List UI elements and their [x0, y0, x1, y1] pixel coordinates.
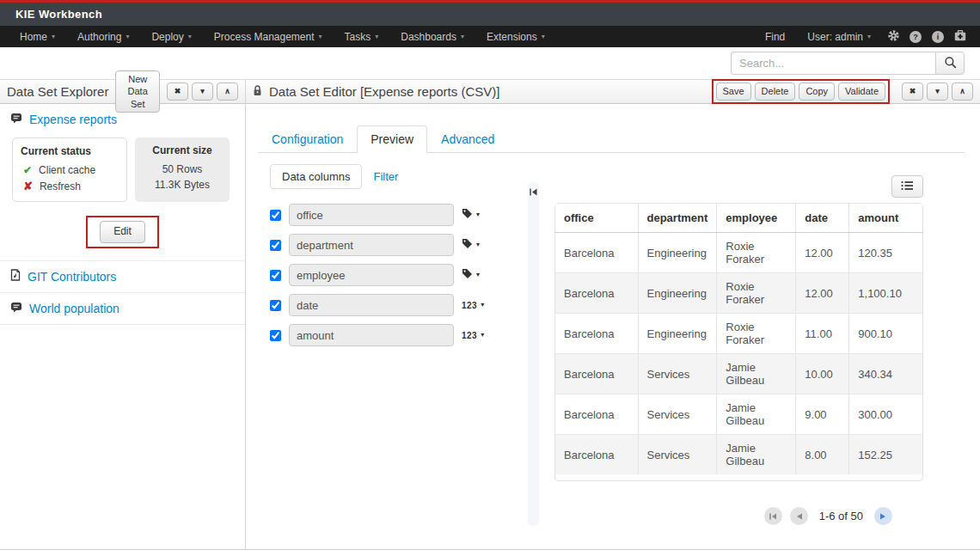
- report-issue-button[interactable]: [949, 26, 971, 47]
- main-nav: Home▾ Authoring▾ Deploy▾ Process Managem…: [0, 26, 980, 47]
- nav-menu-label: Authoring: [77, 31, 121, 43]
- explorer-header: Data Set Explorer New Data Set ✖ ▾ ∧: [0, 80, 245, 104]
- workbench-main: Data Set Explorer New Data Set ✖ ▾ ∧ Exp…: [0, 80, 980, 550]
- help-button[interactable]: ?: [904, 26, 927, 47]
- dataset-item-git-contributors[interactable]: GIT Contributors: [0, 261, 245, 293]
- close-icon: ✖: [910, 87, 916, 97]
- column-type-dropdown[interactable]: ▾: [462, 237, 491, 253]
- cell-office: Barcelona: [555, 314, 638, 354]
- panel-menu-button[interactable]: ▾: [927, 82, 948, 101]
- column-row-office: ▾: [270, 204, 523, 226]
- search-input[interactable]: [731, 52, 935, 75]
- data-set-editor-panel: Data Set Editor [Expense reports (CSV)] …: [246, 80, 980, 549]
- settings-button[interactable]: [882, 26, 904, 47]
- search-icon: [944, 56, 957, 71]
- column-checkbox[interactable]: [270, 300, 281, 311]
- prev-page-button[interactable]: [790, 507, 808, 525]
- close-panel-button[interactable]: ✖: [167, 82, 188, 101]
- nav-user-menu[interactable]: User: admin▾: [796, 26, 882, 47]
- nav-menu-tasks[interactable]: Tasks▾: [334, 26, 390, 47]
- nav-menu-deploy[interactable]: Deploy▾: [140, 26, 202, 47]
- chevron-down-icon: ▾: [481, 332, 484, 339]
- editor-body: Configuration Preview Advanced Data colu…: [246, 125, 980, 526]
- cell-employee: Jamie Gilbeau: [717, 354, 796, 394]
- nav-menu-dashboards[interactable]: Dashboards▾: [389, 26, 475, 47]
- preview-subtabs: Data columns Filter: [270, 164, 523, 189]
- next-page-button[interactable]: [874, 507, 892, 525]
- tab-preview[interactable]: Preview: [357, 125, 427, 153]
- dataset-type-icon: [10, 301, 22, 316]
- cell-employee: Jamie Gilbeau: [717, 394, 796, 435]
- collapse-panel-button[interactable]: ∧: [952, 82, 973, 101]
- nav-menu-authoring[interactable]: Authoring▾: [66, 26, 140, 47]
- collapse-panel-button[interactable]: ∧: [217, 82, 238, 101]
- column-header-office[interactable]: office: [555, 204, 638, 233]
- nav-menu-extensions[interactable]: Extensions▾: [475, 26, 556, 47]
- cell-department: Services: [638, 354, 717, 394]
- validate-button[interactable]: Validate: [838, 82, 885, 100]
- dataset-item-world-population[interactable]: World population: [0, 293, 245, 325]
- table-row[interactable]: Barcelona Engineering Roxie Foraker 11.0…: [555, 314, 922, 354]
- column-type-dropdown[interactable]: ▾: [462, 207, 491, 223]
- tag-icon: [462, 237, 473, 253]
- first-page-button[interactable]: [764, 507, 782, 525]
- tab-configuration[interactable]: Configuration: [258, 125, 357, 153]
- column-checkbox[interactable]: [270, 240, 281, 251]
- column-header-amount[interactable]: amount: [849, 204, 922, 233]
- column-checkbox[interactable]: [270, 330, 281, 341]
- table-row[interactable]: Barcelona Engineering Roxie Foraker 12.0…: [555, 233, 922, 273]
- cell-office: Barcelona: [555, 394, 638, 435]
- column-header-employee[interactable]: employee: [717, 204, 796, 233]
- edit-button[interactable]: Edit: [100, 221, 145, 243]
- table-row[interactable]: Barcelona Services Jamie Gilbeau 9.00 30…: [555, 394, 922, 435]
- panel-splitter[interactable]: [528, 182, 539, 526]
- column-name-field[interactable]: [289, 204, 454, 226]
- column-name-field[interactable]: [289, 264, 454, 286]
- tab-advanced[interactable]: Advanced: [427, 125, 508, 153]
- grid-toolbar: [554, 175, 923, 198]
- column-row-amount: 123 ▾: [270, 324, 523, 346]
- column-header-date[interactable]: date: [796, 204, 849, 233]
- nav-menu-process-management[interactable]: Process Management▾: [203, 26, 334, 47]
- edit-button-area: Edit: [0, 216, 245, 248]
- table-row[interactable]: Barcelona Services Jamie Gilbeau 10.00 3…: [555, 354, 922, 394]
- list-icon: [901, 180, 914, 193]
- column-type-dropdown[interactable]: ▾: [462, 267, 491, 283]
- column-picker-button[interactable]: [891, 175, 923, 198]
- about-button[interactable]: i: [927, 26, 949, 47]
- question-circle-icon: ?: [910, 31, 922, 43]
- table-row[interactable]: Barcelona Services Jamie Gilbeau 8.00 15…: [555, 435, 922, 475]
- save-button[interactable]: Save: [716, 82, 751, 100]
- collapse-left-icon[interactable]: [528, 187, 539, 197]
- status-client-cache: ✔ Client cache: [21, 162, 119, 178]
- close-panel-button[interactable]: ✖: [902, 82, 923, 101]
- kie-workbench-app: KIE Workbench Home▾ Authoring▾ Deploy▾ P…: [0, 0, 980, 556]
- chevron-down-icon: ▾: [461, 34, 464, 40]
- edit-annotation-box: Edit: [86, 216, 159, 248]
- column-row-department: ▾: [270, 234, 523, 256]
- search-button[interactable]: [935, 52, 965, 75]
- nav-find[interactable]: Find: [754, 26, 796, 47]
- delete-button[interactable]: Delete: [755, 82, 796, 100]
- column-type-dropdown[interactable]: 123 ▾: [462, 301, 491, 310]
- dataset-name: World population: [29, 302, 119, 315]
- column-checkbox[interactable]: [270, 210, 281, 221]
- table-header-row: office department employee date amount: [555, 204, 922, 233]
- title-bar: KIE Workbench: [0, 3, 980, 26]
- nav-menu-home[interactable]: Home▾: [9, 26, 66, 47]
- column-name-field[interactable]: [289, 324, 454, 346]
- cell-date: 9.00: [796, 394, 849, 435]
- subtab-data-columns[interactable]: Data columns: [270, 164, 362, 189]
- column-name-field[interactable]: [289, 234, 454, 256]
- panel-menu-button[interactable]: ▾: [192, 82, 213, 101]
- chevron-down-icon: ▾: [476, 211, 480, 218]
- column-checkbox[interactable]: [270, 270, 281, 281]
- column-type-dropdown[interactable]: 123 ▾: [462, 331, 491, 340]
- column-name-field[interactable]: [289, 294, 454, 316]
- new-data-set-button[interactable]: New Data Set: [115, 70, 160, 113]
- cell-date: 12.00: [796, 273, 849, 314]
- column-header-department[interactable]: department: [638, 204, 717, 233]
- table-row[interactable]: Barcelona Engineering Roxie Foraker 12.0…: [555, 273, 922, 314]
- subtab-filter[interactable]: Filter: [362, 165, 409, 188]
- copy-button[interactable]: Copy: [799, 82, 835, 100]
